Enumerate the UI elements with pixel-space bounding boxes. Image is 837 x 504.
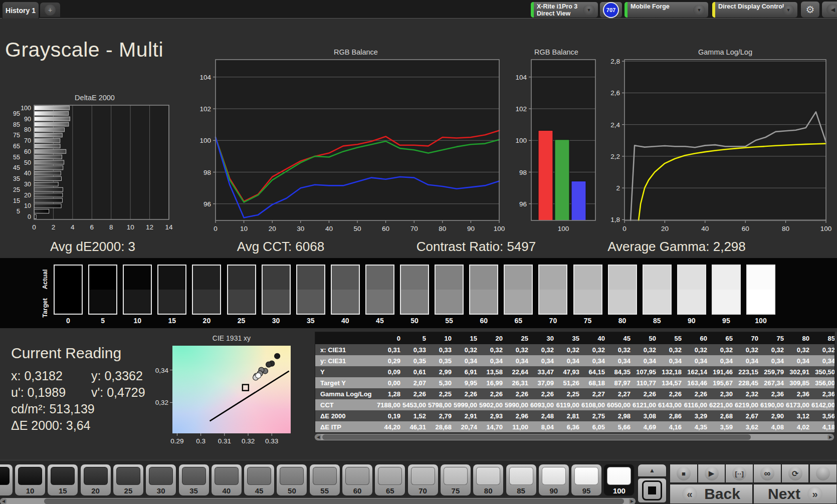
meter-selector[interactable]: X-Rite i1Pro 3 Direct View ▼ [530,2,598,18]
source-selector[interactable]: Mobile Forge ▼ [624,2,709,18]
patch-button-25[interactable]: 25 [113,464,144,496]
svg-text:0: 0 [214,225,218,232]
strip-actual-80 [609,266,636,290]
svg-text:70: 70 [24,137,31,144]
strip-actual-25 [228,266,255,290]
patch-button-20[interactable]: 20 [80,464,111,496]
strip-actual-20 [193,266,220,290]
chevron-down-icon[interactable]: ▼ [583,5,595,15]
strip-swatch-85 [643,265,672,315]
chevron-down-icon[interactable]: ▼ [782,5,794,15]
patch-button-60[interactable]: 60 [342,464,373,496]
play-button[interactable]: ▶ [698,464,726,483]
patch-button-30[interactable]: 30 [145,464,176,496]
strip-actual-55 [436,266,463,290]
table-cell: 223,15 [737,366,763,377]
patch-swatch-45 [247,467,271,485]
tab-history-1[interactable]: History 1 [2,2,39,19]
meter-count-badge: 707 [603,2,619,18]
table-cell: 3,12 [788,410,814,421]
table-cell: 0,35 [405,355,431,366]
collapse-panel-button[interactable]: ◀ [821,1,837,18]
patch-button-100[interactable]: 100 [603,464,635,496]
patch-button-15[interactable]: 15 [47,464,78,496]
blank-icon [816,466,830,480]
strip-target-30 [263,290,290,314]
patch-button-40[interactable]: 40 [211,464,242,496]
table-cell: 2,07 [405,377,431,388]
patch-button-80[interactable]: 80 [473,464,504,496]
scroll-right-arrow-icon[interactable]: ▶ [827,434,833,440]
svg-text:60: 60 [382,225,389,232]
patch-label-60: 60 [342,486,372,495]
patch-button-5[interactable]: 5 [0,464,13,496]
strip-swatch-100 [746,265,775,315]
display-control-selector[interactable]: Direct Display Control ▼ [712,2,798,18]
patch-button-75[interactable]: 75 [440,464,471,496]
patch-button-50[interactable]: 50 [276,464,307,496]
chevron-down-icon[interactable]: ▼ [693,5,705,15]
strip-target-5 [89,290,116,314]
settings-button[interactable]: ⚙ [800,1,820,18]
add-tab-button[interactable]: + [40,2,61,18]
table-cell: 2,27 [584,388,609,399]
table-cell: 0,34 [814,355,835,366]
reading-luminance: cd/m²: 513,139 [11,402,95,416]
strip-label-65: 65 [503,317,534,325]
svg-text:100: 100 [515,137,527,144]
patch-swatch-65 [378,467,402,485]
strip-target-70 [539,290,566,314]
stop-icon: ■ [677,466,691,480]
strip-label-55: 55 [434,317,465,325]
pattern-window-button[interactable] [638,478,667,503]
refresh-button[interactable]: ⟳ [781,464,809,483]
pattern-list-scrollbar[interactable]: ◀▶ [0,498,636,504]
next-button[interactable]: Next » [753,484,837,504]
scroll-thumb[interactable] [322,434,751,440]
back-button[interactable]: « Back [670,484,753,504]
strip-label-25: 25 [226,317,257,325]
patch-button-65[interactable]: 65 [374,464,405,496]
patch-button-90[interactable]: 90 [538,464,569,496]
table-cell: 302,91 [788,366,814,377]
strip-target-50 [401,290,428,314]
patch-button-45[interactable]: 45 [244,464,275,496]
patch-button-70[interactable]: 70 [407,464,439,496]
scroll-left-arrow-icon[interactable]: ◀ [315,434,321,440]
source-name: Mobile Forge [631,3,670,10]
table-cell: 2,98 [609,410,635,421]
patch-label-5: 5 [0,486,13,495]
single-measure-button[interactable]: [··] [725,464,753,483]
continuous-measure-button[interactable]: ∞ [753,464,781,483]
strip-label-45: 45 [364,317,395,325]
meter-count-plate[interactable]: 707 [599,2,622,18]
svg-text:20: 20 [24,192,31,199]
scroll-left-arrow-icon[interactable]: ◀ [1,498,7,504]
table-cell: 6142,00 [814,399,835,410]
table-cell: 2,30 [712,388,737,399]
table-col-55: 55 [661,332,686,344]
strip-label-60: 60 [468,317,499,325]
patch-label-100: 100 [604,486,634,495]
extra-button[interactable] [809,464,837,483]
table-col-40: 40 [584,332,609,344]
patch-button-10[interactable]: 10 [15,464,46,496]
scroll-right-arrow-icon[interactable]: ▶ [629,498,635,504]
patch-button-55[interactable]: 55 [309,464,340,496]
table-cell: 228,45 [737,377,763,388]
svg-text:80: 80 [782,225,789,232]
strip-label-90: 90 [676,317,707,325]
scroll-thumb[interactable] [44,498,624,504]
table-cell: 28,68 [431,421,456,432]
patch-button-95[interactable]: 95 [571,464,602,496]
stop-button[interactable]: ■ [670,464,698,483]
pattern-list-up-button[interactable]: ▲ [638,464,667,477]
strip-target-35 [297,290,324,314]
table-col-85: 85 [814,332,835,344]
svg-text:85: 85 [13,121,20,128]
table-cell: 5453,00 [405,399,431,410]
svg-text:30: 30 [297,225,304,232]
patch-button-85[interactable]: 85 [506,464,537,496]
table-scrollbar[interactable]: ◀▶ [315,434,834,440]
patch-button-35[interactable]: 35 [178,464,210,496]
